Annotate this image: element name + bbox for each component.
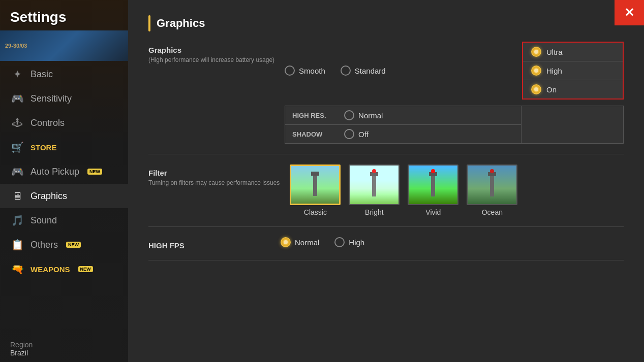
sidebar-item-weapons[interactable]: 🔫 WEAPONS NEW xyxy=(0,257,128,281)
controls-icon: 🕹 xyxy=(10,116,24,130)
sidebar-item-graphics[interactable]: 🖥 Graphics xyxy=(0,184,128,208)
graphics-icon: 🖥 xyxy=(10,189,24,203)
tower-star-bright xyxy=(372,169,376,173)
shadow-on-radio[interactable] xyxy=(531,84,541,94)
highres-row-label: HIGH RES. xyxy=(292,112,338,119)
graphics-standard-label: Standard xyxy=(355,67,386,75)
filter-ocean-item[interactable]: Ocean xyxy=(467,164,517,216)
divider-3 xyxy=(148,260,624,260)
sidebar-label-sound: Sound xyxy=(30,215,57,226)
sidebar-item-others[interactable]: 📋 Others NEW xyxy=(0,233,128,257)
filter-ocean-label: Ocean xyxy=(482,208,503,216)
sidebar-item-controls[interactable]: 🕹 Controls xyxy=(0,111,128,135)
tower-star-ocean xyxy=(490,169,494,173)
sidebar-item-sound[interactable]: 🎵 Sound xyxy=(0,208,128,233)
highfps-setting-row: HIGH FPS Normal High xyxy=(148,237,624,250)
graphics-quality-left: Smooth Standard xyxy=(285,65,522,76)
weapons-badge: NEW xyxy=(78,266,93,272)
filter-bright-item[interactable]: Bright xyxy=(349,164,400,216)
graphics-smooth-radio[interactable] xyxy=(285,65,295,76)
highfps-normal-option[interactable]: Normal xyxy=(281,237,319,247)
filter-classic-preview xyxy=(291,166,339,204)
filter-ocean-thumb[interactable] xyxy=(467,164,517,205)
sidebar-item-store[interactable]: 🛒 STORE xyxy=(0,135,128,159)
shadow-off-label: Off xyxy=(358,130,369,139)
filter-vivid-preview xyxy=(409,166,457,204)
main-content: ✕ Graphics Graphics (High performance wi… xyxy=(128,0,644,362)
filter-bright-preview xyxy=(350,166,398,204)
ultra-option-row[interactable]: Ultra xyxy=(523,43,623,61)
settings-title: Settings xyxy=(0,0,128,30)
graphics-quality-options: Smooth Standard Ultra xyxy=(285,42,624,100)
shadow-on-label: On xyxy=(546,85,557,94)
highres-label-row: HIGH RES. Normal xyxy=(285,106,521,125)
graphics-setting-row: Graphics (High performance will increase… xyxy=(148,42,624,144)
highres-normal-label: Normal xyxy=(358,111,383,120)
close-button[interactable]: ✕ xyxy=(615,0,644,25)
highres-normal-option[interactable]: Normal xyxy=(344,110,383,120)
sidebar-label-weapons: WEAPONS xyxy=(30,265,70,274)
highfps-normal-radio[interactable] xyxy=(281,237,291,247)
sidebar-label-auto-pickup: Auto Pickup xyxy=(30,167,79,177)
filter-sub-label: Turning on filters may cause performance… xyxy=(148,179,280,186)
highfps-high-option[interactable]: High xyxy=(334,237,364,247)
shadow-off-radio[interactable] xyxy=(344,129,354,139)
shadow-off-option[interactable]: Off xyxy=(344,129,369,139)
filter-classic-label: Classic xyxy=(304,208,327,216)
graphics-sub-label: (High performance will increase battery … xyxy=(148,56,274,63)
filter-classic-item[interactable]: Classic xyxy=(290,164,341,216)
region-label: Region xyxy=(10,341,33,349)
filter-bright-thumb[interactable] xyxy=(349,164,400,205)
others-badge: NEW xyxy=(66,242,81,248)
sidebar-label-sensitivity: Sensitivity xyxy=(30,93,72,104)
section-header: Graphics xyxy=(148,15,624,31)
sidebar-label-graphics: Graphics xyxy=(30,191,67,202)
sub-options-in-box: High On xyxy=(523,61,623,98)
auto-pickup-badge: NEW xyxy=(87,169,102,175)
highres-high-label: High xyxy=(546,67,562,75)
sidebar-banner: 29-30/03 xyxy=(0,30,128,61)
filter-vivid-thumb[interactable] xyxy=(408,164,458,205)
close-icon: ✕ xyxy=(624,6,634,20)
graphics-ultra-radio[interactable] xyxy=(531,47,541,57)
filter-vivid-item[interactable]: Vivid xyxy=(408,164,458,216)
filter-label-container: Filter Turning on filters may cause perf… xyxy=(148,164,280,186)
others-icon: 📋 xyxy=(10,238,24,252)
graphics-standard-option[interactable]: Standard xyxy=(341,65,386,76)
sidebar-item-auto-pickup[interactable]: 🎮 Auto Pickup NEW xyxy=(0,159,128,184)
shadow-on-option: On xyxy=(523,80,623,98)
highres-normal-radio[interactable] xyxy=(344,110,354,120)
highfps-label-text: HIGH FPS xyxy=(148,241,185,250)
graphics-label-text: Graphics xyxy=(148,46,181,54)
tower-star-vivid xyxy=(431,169,435,173)
filter-bright-label: Bright xyxy=(365,208,384,216)
highres-high-option: High xyxy=(523,61,623,80)
highres-column: HIGH RES. Normal SHADOW Off xyxy=(285,106,522,143)
sidebar-bottom: Region Brazil xyxy=(10,341,33,357)
ultra-highlighted-box: Ultra High On xyxy=(522,42,624,100)
highfps-high-label: High xyxy=(349,238,364,247)
empty-column-placeholder xyxy=(522,106,623,143)
sidebar: Settings 29-30/03 ✦ Basic 🎮 Sensitivity … xyxy=(0,0,128,362)
basic-icon: ✦ xyxy=(10,67,24,81)
graphics-label: Graphics (High performance will increase… xyxy=(148,42,274,63)
divider-2 xyxy=(148,226,624,227)
highfps-label: HIGH FPS xyxy=(148,237,270,250)
highres-high-radio[interactable] xyxy=(531,65,541,76)
filter-vivid-label: Vivid xyxy=(425,208,441,216)
filter-classic-thumb[interactable] xyxy=(290,164,341,205)
sidebar-item-basic[interactable]: ✦ Basic xyxy=(0,62,128,86)
sidebar-label-store: STORE xyxy=(30,143,56,152)
section-title: Graphics xyxy=(157,17,205,30)
highfps-normal-label: Normal xyxy=(295,238,319,247)
tower-bright xyxy=(372,176,376,196)
section-indicator xyxy=(148,15,150,31)
sidebar-item-sensitivity[interactable]: 🎮 Sensitivity xyxy=(0,86,128,111)
sensitivity-icon: 🎮 xyxy=(10,91,24,106)
graphics-standard-radio[interactable] xyxy=(341,65,351,76)
graphics-smooth-option[interactable]: Smooth xyxy=(285,65,325,76)
tower-classic xyxy=(313,176,317,196)
sidebar-label-others: Others xyxy=(30,240,58,250)
highfps-options: Normal High xyxy=(281,237,364,247)
highfps-high-radio[interactable] xyxy=(334,237,345,247)
